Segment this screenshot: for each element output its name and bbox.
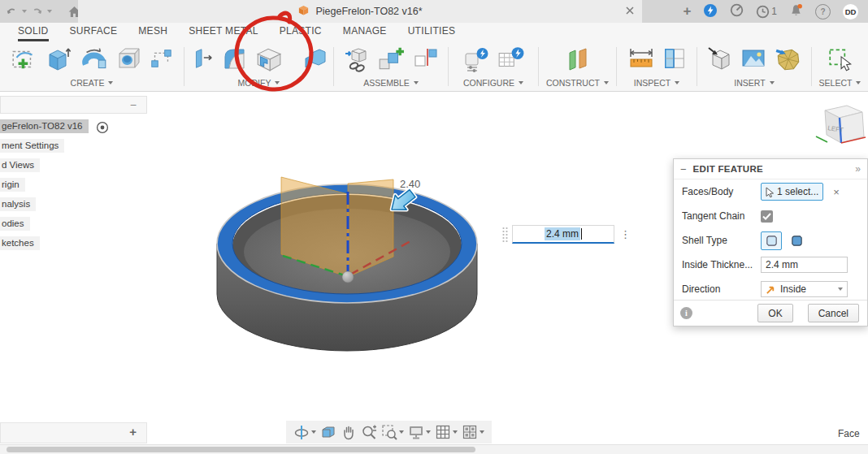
insert-derive-icon[interactable] — [705, 45, 733, 72]
input-options-menu-icon[interactable]: ⋮ — [620, 231, 631, 239]
hole-icon[interactable] — [115, 45, 142, 72]
recent-activity[interactable]: 1 — [756, 5, 777, 19]
inside-thickness-label: Inside Thickne... — [682, 259, 761, 270]
chevron-down-icon — [604, 81, 609, 84]
shell-type-both-button[interactable] — [786, 231, 807, 250]
pan-hand-icon — [341, 424, 357, 440]
browser-item-origin[interactable]: rigin — [0, 178, 25, 192]
undo-dropdown-caret[interactable] — [22, 10, 27, 13]
extrude-icon[interactable] — [45, 45, 72, 72]
cancel-button[interactable]: Cancel — [808, 304, 859, 322]
ribbon-tabs: SOLID SURFACE MESH SHEET METAL PLASTIC M… — [0, 23, 868, 44]
new-document-tab-icon[interactable]: + — [683, 5, 691, 18]
construct-dropdown[interactable]: CONSTRUCT — [546, 78, 609, 88]
notifications-bell-icon[interactable] — [789, 3, 803, 19]
tab-sheet-metal[interactable]: SHEET METAL — [178, 25, 269, 41]
browser-item-document-settings[interactable]: ment Settings — [0, 139, 64, 153]
configuration-table-icon[interactable] — [496, 45, 525, 74]
drag-grip-icon[interactable] — [501, 226, 509, 244]
look-at-button[interactable] — [320, 424, 336, 440]
viewports-icon — [462, 424, 478, 440]
browser-item-sketches[interactable]: ketches — [0, 236, 40, 250]
configure-part-icon[interactable] — [462, 45, 490, 74]
tab-manage[interactable]: MANAGE — [332, 25, 397, 41]
configure-dropdown[interactable]: CONFIGURE — [463, 78, 523, 88]
thickness-value-input[interactable]: 2.4 mm — [512, 225, 614, 244]
fillet-icon[interactable] — [220, 45, 248, 72]
create-dropdown[interactable]: CREATE — [71, 78, 114, 88]
tab-solid[interactable]: SOLID — [7, 25, 59, 41]
shell-icon[interactable] — [254, 45, 283, 74]
press-pull-icon[interactable] — [189, 45, 215, 72]
select-icon[interactable] — [826, 45, 855, 74]
clear-selection-icon[interactable]: × — [833, 186, 840, 198]
add-icon[interactable]: + — [129, 425, 137, 439]
browser-item-component[interactable]: geFrelon-TO82 v16 — [0, 119, 89, 133]
activate-component-radio[interactable] — [96, 121, 109, 136]
window-zoom-button[interactable] — [381, 424, 404, 440]
tab-utilities[interactable]: UTILITIES — [397, 25, 467, 41]
faces-body-selection-button[interactable]: 1 select... — [761, 183, 823, 201]
dialog-header[interactable]: − EDIT FEATURE » — [674, 159, 867, 179]
construction-plane-icon[interactable] — [564, 45, 592, 74]
collapse-panel-icon[interactable]: − — [130, 97, 137, 113]
close-tab-icon[interactable] — [625, 6, 635, 18]
job-status-icon[interactable] — [703, 3, 718, 20]
browser-panel-header[interactable]: − — [0, 96, 147, 114]
user-avatar[interactable]: DD — [843, 4, 858, 19]
pan-button[interactable] — [341, 424, 357, 440]
revolve-icon[interactable] — [78, 45, 109, 74]
tangent-chain-checkbox[interactable] — [761, 210, 773, 223]
select-dropdown[interactable]: SELECT — [819, 78, 861, 88]
create-sketch-icon[interactable] — [10, 45, 39, 74]
direction-arrow-icon — [766, 284, 776, 295]
section-analysis-icon[interactable] — [662, 45, 688, 72]
tab-plastic[interactable]: PLASTIC — [269, 25, 332, 41]
combine-icon[interactable] — [302, 45, 329, 72]
collapse-dialog-icon[interactable]: − — [680, 163, 687, 175]
direction-dropdown[interactable]: Inside — [761, 281, 848, 297]
tab-mesh[interactable]: MESH — [128, 25, 178, 41]
chevron-down-icon — [108, 81, 113, 84]
timeline-scrollbar[interactable] — [7, 447, 475, 452]
origin-sphere-handle[interactable] — [342, 271, 354, 283]
browser-item-bodies[interactable]: odies — [0, 217, 30, 231]
viewports-button[interactable] — [462, 424, 484, 440]
shell-type-inside-button[interactable] — [761, 231, 782, 250]
measure-icon[interactable] — [627, 45, 656, 72]
display-settings-button[interactable] — [408, 424, 431, 440]
orbit-button[interactable] — [293, 424, 316, 440]
viewcube[interactable]: LEFT — [809, 96, 868, 157]
help-icon[interactable]: ? — [815, 4, 831, 19]
selected-input-text: 2.4 mm — [545, 227, 580, 240]
redo-icon[interactable] — [30, 5, 44, 19]
rectangular-pattern-icon[interactable] — [148, 45, 174, 72]
document-tab[interactable]: PiegeFrelon-TO82 v16* — [78, 0, 642, 23]
insert-mesh-icon[interactable] — [774, 45, 803, 74]
insert-dropdown[interactable]: INSERT — [734, 78, 774, 88]
undo-icon[interactable] — [5, 5, 19, 19]
dimension-value-label: 2.40 — [400, 178, 420, 190]
redo-dropdown-caret[interactable] — [47, 10, 52, 13]
joint-icon[interactable] — [376, 45, 406, 74]
direction-row: Direction Inside — [674, 277, 867, 301]
performance-gauge-icon[interactable] — [730, 3, 744, 19]
tab-surface[interactable]: SURFACE — [59, 25, 128, 41]
chevron-down-icon — [275, 81, 280, 84]
modify-dropdown[interactable]: MODIFY — [238, 78, 280, 88]
assemble-dropdown[interactable]: ASSEMBLE — [363, 78, 419, 88]
3d-model-shell-body[interactable] — [203, 158, 504, 361]
inspect-dropdown[interactable]: INSPECT — [634, 78, 680, 88]
new-component-icon[interactable] — [343, 45, 371, 74]
inside-thickness-input[interactable]: 2.4 mm — [761, 257, 848, 273]
titlebar: PiegeFrelon-TO82 v16* + 1 ? DD — [0, 0, 868, 23]
zoom-button[interactable] — [361, 424, 377, 440]
dialog-overflow-icon[interactable]: » — [855, 163, 861, 175]
drive-joints-icon[interactable] — [411, 45, 439, 72]
browser-item-named-views[interactable]: d Views — [0, 158, 40, 172]
ok-button[interactable]: OK — [757, 304, 792, 322]
browser-item-analysis[interactable]: nalysis — [0, 197, 36, 211]
grid-layout-button[interactable] — [435, 424, 458, 440]
info-icon[interactable]: i — [680, 307, 692, 319]
canvas-image-icon[interactable] — [739, 45, 768, 72]
